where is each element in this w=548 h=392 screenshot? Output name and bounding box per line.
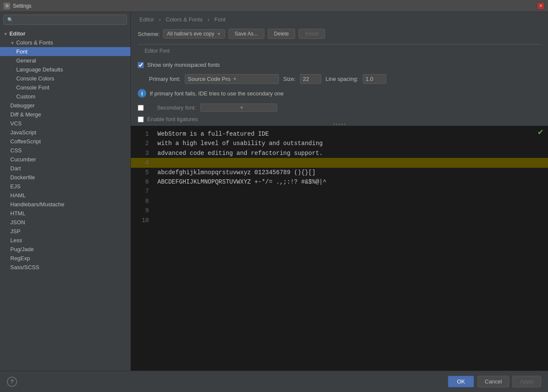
sidebar-item-console-font[interactable]: Console Font [0,83,130,92]
breadcrumb-editor: Editor [139,16,154,23]
code-line-6: ABCDEFGHIJKLMNOPQRSTUVWXYZ +-*/= .,;:!? … [157,177,543,187]
scheme-dropdown[interactable]: All hallow's eve copy ▼ [163,29,225,39]
sidebar-item-colors-fonts[interactable]: ▼Colors & Fonts [0,38,130,47]
checkmark-icon: ✔ [537,128,544,137]
sidebar-item-general[interactable]: General [0,56,130,65]
monospaced-row: Show only monospaced fonts [138,62,541,68]
sidebar-item-jsp[interactable]: JSP [0,227,130,236]
sidebar-item-editor[interactable]: ▼Editor [0,29,130,38]
line-num-8: 8 [136,196,149,206]
primary-font-value: Source Code Pro [188,76,231,82]
scheme-row: Scheme: All hallow's eve copy ▼ Save As.… [131,26,548,44]
line-num-9: 9 [136,206,149,215]
sidebar-item-custom[interactable]: Custom [0,92,130,101]
code-line-9 [157,206,543,215]
bottom-bar: ? OK Cancel Apply [0,371,548,392]
bottom-right: OK Cancel Apply [448,376,541,387]
scheme-arrow: ▼ [217,32,221,36]
secondary-font-label: Secondary font: [148,104,196,111]
info-row: i If primary font fails, IDE tries to us… [131,89,548,98]
apply-button[interactable]: Apply [512,376,541,387]
info-text: If primary font fails, IDE tries to use … [150,90,284,97]
sidebar-item-ejs[interactable]: EJS [0,182,130,191]
sidebar-item-vcs[interactable]: VCS [0,119,130,128]
save-as-button[interactable]: Save As... [228,29,264,39]
sidebar-item-html[interactable]: HTML [0,209,130,218]
delete-button[interactable]: Delete [268,29,296,39]
line-num-4: 4 [131,158,152,167]
sidebar-item-diff-merge[interactable]: Diff & Merge [0,110,130,119]
sidebar-item-dart[interactable]: Dart [0,164,130,173]
secondary-font-dropdown[interactable]: ▼ [200,104,277,112]
app-icon: ⚙ [3,3,10,9]
monospaced-checkbox[interactable] [138,62,144,68]
code-line-8 [157,196,543,206]
code-line-7 [157,187,543,196]
breadcrumb-colors-fonts: Colors & Fonts [166,16,203,23]
title-bar: ⚙ Settings ✕ [0,0,548,12]
line-num-5: 5 [136,168,149,177]
title-text: Settings [13,3,537,9]
primary-font-arrow: ▼ [233,77,276,81]
ok-button[interactable]: OK [448,376,474,387]
help-button[interactable]: ? [7,377,17,387]
resize-handle[interactable] [131,122,548,126]
sidebar-item-haml[interactable]: HAML [0,191,130,200]
preview-area: 1 2 3 4 5 6 7 8 9 10 WebStorm is a full-… [131,126,548,371]
secondary-font-row: Secondary font: ▼ [131,104,548,112]
primary-font-dropdown[interactable]: Source Code Pro ▼ [185,74,279,84]
expand-arrow: ▼ [3,32,8,36]
line-numbers: 1 2 3 4 5 6 7 8 9 10 [131,126,152,371]
breadcrumb-sep2: › [207,16,211,23]
sidebar: 🔍 ▼Editor ▼Colors & Fonts Font General L… [0,12,131,371]
secondary-font-arrow: ▼ [240,105,274,110]
font-settings: Show only monospaced fonts Primary font:… [131,57,548,89]
code-line-4 [152,158,548,167]
line-spacing-input[interactable] [363,74,386,84]
code-line-3: advanced code editing and refactoring su… [157,148,543,158]
bottom-left: ? [7,377,17,387]
search-input[interactable] [16,17,123,23]
scheme-value: All hallow's eve copy [167,31,214,37]
close-button[interactable]: ✕ [537,2,545,10]
sidebar-item-sass[interactable]: Sass/SCSS [0,263,130,272]
code-line-1: WebStorm is a full-featured IDE [157,129,543,139]
cancel-button[interactable]: Cancel [477,376,509,387]
line-num-7: 7 [136,187,149,196]
breadcrumb-sep1: › [159,16,163,23]
sidebar-item-font[interactable]: Font [0,47,130,56]
sidebar-item-dockerfile[interactable]: Dockerfile [0,173,130,182]
info-icon: i [138,89,146,98]
sidebar-item-less[interactable]: Less [0,236,130,245]
code-line-5: abcdefghijklmnopqrstuvwxyz 0123456789 ()… [157,168,543,177]
sidebar-item-coffeescript[interactable]: CoffeeScript [0,137,130,146]
search-box[interactable]: 🔍 [3,15,127,25]
sidebar-item-console-colors[interactable]: Console Colors [0,74,130,83]
sidebar-item-cucumber[interactable]: Cucumber [0,155,130,164]
sidebar-item-javascript[interactable]: JavaScript [0,128,130,137]
resize-indicator [334,124,345,125]
expand-arrow: ▼ [10,41,15,45]
sidebar-item-handlebars[interactable]: Handlebars/Mustache [0,200,130,209]
size-input[interactable] [300,74,321,84]
sidebar-item-css[interactable]: CSS [0,146,130,155]
code-line-2: with a high level of usability and outst… [157,139,543,148]
sidebar-item-pug[interactable]: Pug/Jade [0,245,130,254]
reset-button[interactable]: Reset [299,29,325,39]
code-line-10 [157,216,543,225]
window-controls: ✕ [537,2,545,10]
ligatures-checkbox[interactable] [138,116,144,122]
primary-font-row: Primary font: Source Code Pro ▼ Size: Li… [138,74,541,84]
sidebar-tree: ▼Editor ▼Colors & Fonts Font General Lan… [0,27,130,371]
sidebar-item-debugger[interactable]: Debugger [0,101,130,110]
monospaced-label: Show only monospaced fonts [147,62,220,68]
sidebar-item-language-defaults[interactable]: Language Defaults [0,65,130,74]
scheme-label: Scheme: [138,31,160,37]
sidebar-item-json[interactable]: JSON [0,218,130,227]
secondary-font-checkbox[interactable] [138,105,144,111]
line-num-10: 10 [136,216,149,225]
line-spacing-label: Line spacing: [326,76,358,82]
sidebar-item-regexp[interactable]: RegExp [0,254,130,263]
ligatures-label: Enable font ligatures [147,116,198,122]
size-label: Size: [283,76,296,82]
